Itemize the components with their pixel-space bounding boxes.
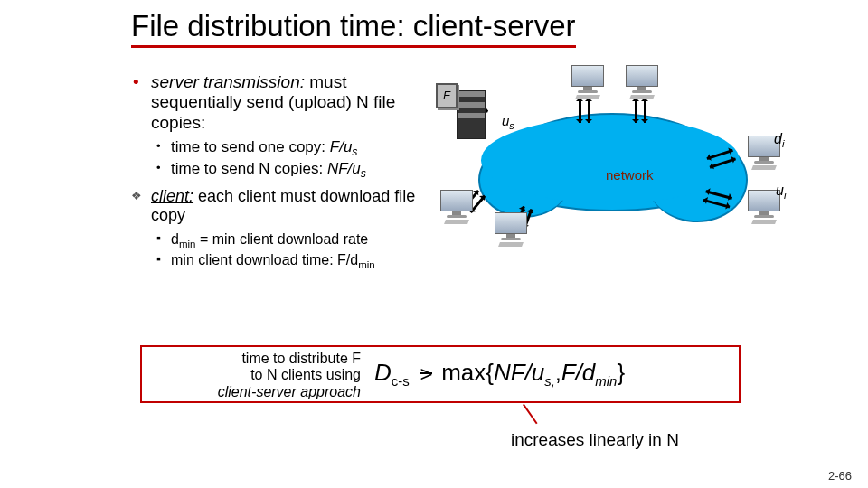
t2s: s	[361, 167, 366, 180]
server-body	[457, 90, 486, 139]
bullet-dmin: dmin = min client download rate	[131, 230, 420, 248]
t2f: NF/u	[327, 160, 361, 177]
ui-u: u	[776, 183, 784, 198]
comma: ,	[555, 361, 561, 385]
cloud-fill	[481, 117, 740, 203]
slide: File distribution time: client-server se…	[0, 0, 868, 488]
t1f: F/u	[330, 138, 353, 155]
d1b: = min client download rate	[195, 231, 368, 247]
close: }	[617, 359, 625, 386]
nfu: NF/u	[494, 359, 544, 386]
ui-label: ui	[776, 183, 786, 199]
formula: Dc-s > max{NF/us,,F/dmin}	[374, 359, 625, 387]
client-pc-icon	[570, 65, 606, 99]
d2a: min client download time: F/d	[171, 252, 358, 267]
Dcs: D	[374, 359, 392, 386]
slide-title: File distribution time: client-server	[131, 9, 576, 48]
box-caption: time to distribute F to N clients using …	[153, 351, 361, 400]
client-pc-icon	[439, 190, 475, 224]
us-s: s	[509, 120, 514, 131]
ge-underline	[420, 372, 432, 374]
client-pc-icon	[624, 65, 660, 99]
file-label: F	[436, 83, 458, 108]
network-label: network	[606, 167, 654, 183]
network-diagram: network F us di ui	[434, 81, 796, 253]
body-text: server transmission: must sequentially s…	[131, 72, 420, 271]
boxl1: time to distribute F	[241, 351, 361, 366]
increases-note: increases linearly in N	[511, 430, 679, 450]
d1: d	[171, 231, 179, 247]
client-pc-icon	[493, 212, 529, 247]
t1s: s	[352, 146, 357, 159]
di-label: di	[774, 131, 784, 147]
bullet-copy1: time to send one copy: F/us	[131, 138, 420, 156]
di-d: d	[774, 131, 782, 146]
ui-s: i	[784, 190, 787, 201]
fd: F/d	[561, 359, 596, 386]
nfu-s: s,	[544, 373, 555, 389]
page-number: 2-66	[828, 469, 852, 483]
server-icon	[457, 90, 484, 137]
bullet-client: client: each client must download file c…	[131, 187, 420, 225]
di-s: i	[782, 138, 785, 149]
bullet-mintime: min client download time: F/dmin	[131, 251, 420, 268]
boxl3: client-server approach	[218, 384, 361, 399]
boxl2: to N clients using	[250, 367, 361, 382]
bullet-server: server transmission: must sequentially s…	[131, 72, 420, 133]
server-heading: server transmission:	[151, 72, 305, 91]
d2s: min	[358, 259, 375, 270]
client-heading: client:	[151, 187, 193, 205]
t1: time to send one copy:	[171, 138, 330, 155]
fd-s: min	[595, 373, 617, 389]
us-label: us	[502, 113, 514, 128]
t2: time to send N copies:	[171, 160, 327, 177]
max: max{	[441, 359, 494, 386]
d1s: min	[179, 239, 196, 250]
Dcs-sub: c-s	[392, 373, 410, 389]
formula-box: time to distribute F to N clients using …	[140, 345, 741, 403]
bullet-copyN: time to send N copies: NF/us	[131, 160, 420, 178]
ge-symbol: >	[420, 361, 432, 387]
